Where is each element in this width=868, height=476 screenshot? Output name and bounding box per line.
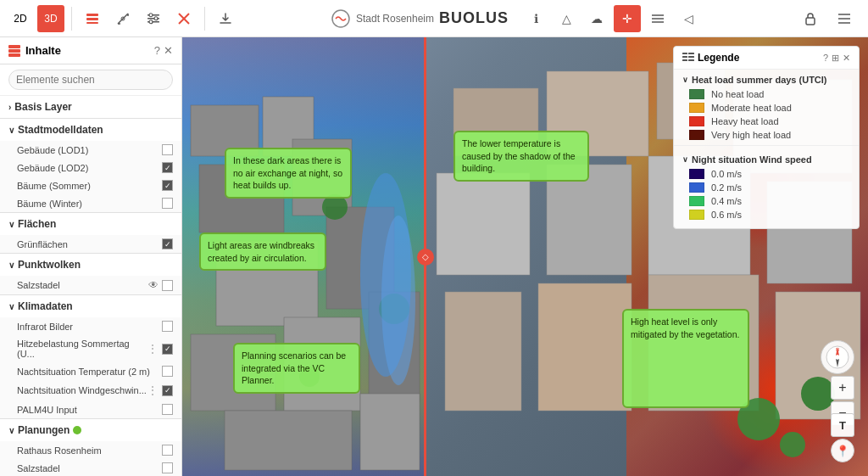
checkbox-rathaus[interactable] (162, 445, 173, 456)
legend-color-wind-2 (689, 196, 704, 206)
tool-plus[interactable]: ✛ (614, 5, 641, 32)
annotation-text-1: In these dark areas there is no air exch… (233, 155, 342, 190)
chevron-icon: ∨ (8, 302, 14, 311)
section-planungen-label: Planungen (18, 424, 70, 436)
svg-point-8 (154, 16, 158, 20)
split-handle[interactable]: ◇ (417, 249, 434, 266)
layer-label: Infrarot Bilder (17, 322, 73, 332)
btn-2d[interactable]: 2D (7, 5, 34, 32)
annotation-bubble-3: Planning scenarios can be integrated via… (233, 343, 360, 394)
legend-item-wind-3: 0.6 m/s (674, 208, 859, 221)
svg-rect-60 (682, 59, 687, 61)
legend-close-btn[interactable]: ✕ (843, 53, 850, 64)
svg-rect-42 (445, 292, 521, 411)
legend-item-heavy: Heavy heat load (674, 115, 859, 128)
nav-location-btn[interactable]: 📍 (831, 439, 854, 462)
section-klimadaten-header[interactable]: ∨ Klimadaten (0, 295, 181, 317)
layer-item-gebäude-lod2: Gebäude (LOD2) ✓ (0, 159, 181, 176)
svg-rect-0 (86, 14, 98, 16)
section-flachen-label: Flächen (18, 218, 56, 230)
sidebar-actions: ? ✕ (154, 44, 173, 57)
tool-arrow[interactable]: ◁ (675, 5, 702, 32)
search-input[interactable] (8, 70, 173, 90)
btn-download[interactable] (212, 5, 239, 32)
layer-item-nacht-wind: Nachtsituation Windgeschwin... ⋮ ✓ (0, 380, 181, 400)
legend-label-very-high: Very high heat load (711, 130, 791, 140)
legend-item-wind-0: 0.0 m/s (674, 167, 859, 181)
compass: N (821, 340, 854, 374)
checkbox-infrarot[interactable] (162, 321, 173, 332)
split-line[interactable]: ◇ (424, 37, 426, 476)
btn-3d[interactable]: 3D (37, 5, 64, 32)
layer-item-left: Bäume (Sommer) (17, 181, 91, 191)
legend-section-wind-label: Night situation Wind speed (692, 154, 812, 165)
checkbox-grunflachen[interactable]: ✓ (162, 238, 173, 249)
legend-item-very-high: Very high heat load (674, 128, 859, 142)
chevron-right-icon: › (8, 103, 11, 112)
annotation-text-3: Planning scenarios can be integrated via… (242, 350, 346, 385)
svg-point-7 (149, 13, 153, 16)
section-stadtmodelldaten-label: Stadtmodelldaten (18, 124, 103, 136)
svg-rect-21 (8, 49, 20, 53)
btn-lock[interactable] (797, 5, 824, 32)
legend-label-no-heat: No heat load (711, 89, 764, 99)
legend-help-btn[interactable]: ? (823, 53, 828, 64)
sidebar-help-btn[interactable]: ? (154, 44, 160, 57)
sidebar-close-btn[interactable]: ✕ (164, 44, 173, 57)
btn-settings[interactable] (140, 5, 167, 32)
checkbox-nacht-temp[interactable] (162, 366, 173, 377)
legend-actions: ? ⊞ ✕ (823, 53, 850, 64)
svg-rect-20 (8, 45, 20, 48)
tool-cloud[interactable]: ☁ (583, 5, 610, 32)
tool-lines[interactable] (644, 5, 671, 32)
chevron-heat: ∨ (682, 76, 688, 84)
section-flachen-header[interactable]: ∨ Flächen (0, 213, 181, 235)
checkbox-nacht-wind[interactable]: ✓ (162, 385, 173, 396)
dots-icon[interactable]: ⋮ (147, 342, 159, 356)
layer-item-baume-winter: Bäume (Winter) (0, 194, 181, 212)
chevron-icon: ∨ (8, 426, 14, 435)
legend-label-wind-2: 0.4 m/s (711, 196, 742, 206)
section-punktwolken-header[interactable]: ∨ Punktwolken (0, 254, 181, 276)
section-stadtmodelldaten-header[interactable]: ∨ Stadtmodelldaten (0, 119, 181, 141)
brand-name: BUOLUS (439, 9, 509, 27)
checkbox-palm4u[interactable] (162, 404, 173, 415)
btn-layers[interactable] (79, 5, 106, 32)
nav-tilt-btn[interactable]: T (831, 413, 854, 437)
svg-rect-33 (360, 394, 420, 470)
section-planungen: ∨ Planungen Rathaus Rosenheim Salzstadel… (0, 419, 181, 476)
tool-info[interactable]: ℹ (522, 5, 549, 32)
layer-item-baume-sommer: Bäume (Sommer) ✓ (0, 176, 181, 194)
dots-icon[interactable]: ⋮ (147, 384, 159, 397)
layer-label: Gebäude (LOD2) (17, 163, 88, 173)
checkbox-baume-winter[interactable] (162, 198, 173, 209)
zoom-in-btn[interactable]: + (831, 376, 854, 400)
btn-tools[interactable] (170, 5, 198, 32)
svg-point-53 (381, 216, 415, 385)
search-box (0, 64, 181, 96)
checkbox-hitze[interactable]: ✓ (162, 344, 173, 355)
legend-info-btn[interactable]: ⊞ (832, 53, 839, 64)
section-planungen-header[interactable]: ∨ Planungen (0, 419, 181, 441)
svg-rect-38 (437, 173, 530, 275)
legend-color-no-heat (689, 89, 704, 99)
legend-label-wind-0: 0.0 m/s (711, 169, 742, 179)
tool-triangle[interactable]: △ (553, 5, 580, 32)
layer-item-left: Salzstadel (17, 280, 60, 290)
legend-section-heat-label: Heat load summer days (UTCI) (692, 75, 827, 85)
layer-label: PALM4U Input (17, 405, 77, 415)
checkbox-gebäude-lod2[interactable]: ✓ (162, 162, 173, 173)
annotation-bubble-2: Light areas are windbreaks created by ai… (199, 232, 326, 271)
checkbox-salzstadel-plan[interactable] (162, 462, 173, 473)
sidebar-title-text: Inhalte (25, 44, 61, 57)
top-toolbar: 2D 3D (0, 0, 868, 37)
btn-menu[interactable] (831, 5, 858, 32)
checkbox-baume-sommer[interactable]: ✓ (162, 180, 173, 191)
checkbox-gebäude-lod1[interactable] (162, 144, 173, 155)
btn-measure[interactable] (109, 5, 136, 32)
eye-icon[interactable]: 👁 (148, 279, 159, 291)
section-basis-layer-header[interactable]: › Basis Layer (0, 96, 181, 118)
checkbox-salzstadel[interactable] (162, 280, 173, 291)
layer-label: Salzstadel (17, 280, 60, 290)
legend-label-wind-1: 0.2 m/s (711, 182, 742, 193)
